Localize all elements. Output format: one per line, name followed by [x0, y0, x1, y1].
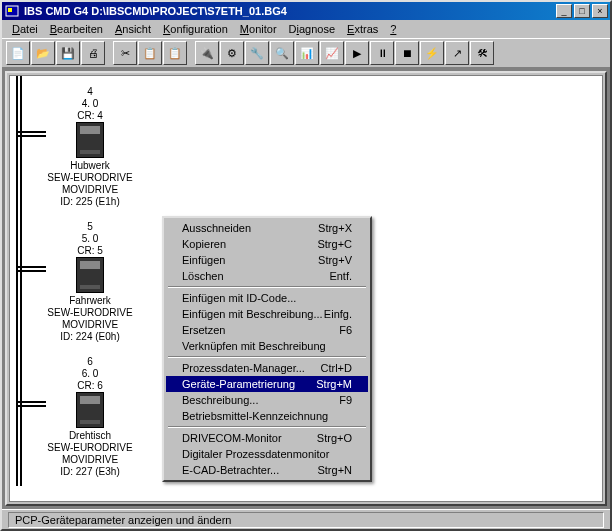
menu-item-ausschneiden[interactable]: AusschneidenStrg+X [166, 220, 368, 236]
device-num: 5 [40, 221, 140, 233]
toolbar-button-0[interactable]: 📄 [6, 41, 30, 65]
device-label-name: Fahrwerk [40, 295, 140, 307]
toolbar-button-16[interactable]: ⏸ [370, 41, 394, 65]
device-val: 6. 0 [40, 368, 140, 380]
toolbar-button-11[interactable]: 🔧 [245, 41, 269, 65]
device-cr: CR: 5 [40, 245, 140, 257]
device-val: 5. 0 [40, 233, 140, 245]
menu-item-label: Ausschneiden [182, 222, 251, 234]
toolbar-button-6[interactable]: 📋 [138, 41, 162, 65]
device-label-vendor: SEW-EURODRIVE [40, 172, 140, 184]
menu-item-betriebsmittel-kennzeichnung[interactable]: Betriebsmittel-Kennzeichnung [166, 408, 368, 424]
menu-item-digitaler-prozessdatenmonitor[interactable]: Digitaler Prozessdatenmonitor [166, 446, 368, 462]
menu-item-shortcut: Strg+X [318, 222, 352, 234]
toolbar-button-20[interactable]: 🛠 [470, 41, 494, 65]
menu-ansicht[interactable]: Ansicht [109, 22, 157, 36]
menu-monitor[interactable]: Monitor [234, 22, 283, 36]
device-cr: CR: 4 [40, 110, 140, 122]
menu-?[interactable]: ? [384, 22, 402, 36]
toolbar-button-3[interactable]: 🖨 [81, 41, 105, 65]
menu-item-ger-te-parametrierung[interactable]: Geräte-ParametrierungStrg+M [166, 376, 368, 392]
device-6[interactable]: 66. 0CR: 6DrehtischSEW-EURODRIVEMOVIDRIV… [40, 356, 140, 478]
toolbar-button-2[interactable]: 💾 [56, 41, 80, 65]
window-title: IBS CMD G4 D:\IBSCMD\PROJECT\S7ETH_01.BG… [24, 5, 554, 17]
menu-bearbeiten[interactable]: Bearbeiten [44, 22, 109, 36]
menu-item-ersetzen[interactable]: ErsetzenF6 [166, 322, 368, 338]
toolbar-button-14[interactable]: 📈 [320, 41, 344, 65]
toolbar-button-5[interactable]: ✂ [113, 41, 137, 65]
menu-item-label: Kopieren [182, 238, 226, 250]
menu-item-label: Betriebsmittel-Kennzeichnung [182, 410, 328, 422]
menubar: DateiBearbeitenAnsichtKonfigurationMonit… [2, 20, 610, 38]
toolbar-button-10[interactable]: ⚙ [220, 41, 244, 65]
context-menu: AusschneidenStrg+XKopierenStrg+CEinfügen… [162, 216, 372, 482]
menu-item-shortcut: Ctrl+D [321, 362, 352, 374]
menu-item-beschreibung-[interactable]: Beschreibung...F9 [166, 392, 368, 408]
close-button[interactable]: × [592, 4, 608, 18]
menu-item-label: Löschen [182, 270, 224, 282]
device-num: 6 [40, 356, 140, 368]
menu-item-drivecom-monitor[interactable]: DRIVECOM-MonitorStrg+O [166, 430, 368, 446]
toolbar-button-19[interactable]: ↗ [445, 41, 469, 65]
device-label-vendor: SEW-EURODRIVE [40, 442, 140, 454]
menu-item-shortcut: Strg+C [317, 238, 352, 250]
device-val: 4. 0 [40, 98, 140, 110]
menu-item-shortcut: Strg+M [316, 378, 352, 390]
app-icon [4, 4, 20, 18]
toolbar-button-17[interactable]: ⏹ [395, 41, 419, 65]
diagram-window: 44. 0CR: 4HubwerkSEW-EURODRIVEMOVIDRIVEI… [5, 71, 607, 506]
statusbar: PCP-Geräteparameter anzeigen und ändern [2, 509, 610, 529]
menu-konfiguration[interactable]: Konfiguration [157, 22, 234, 36]
toolbar-button-7[interactable]: 📋 [163, 41, 187, 65]
main-window: IBS CMD G4 D:\IBSCMD\PROJECT\S7ETH_01.BG… [0, 0, 612, 531]
toolbar: 📄📂💾🖨✂📋📋🔌⚙🔧🔍📊📈▶⏸⏹⚡↗🛠 [2, 38, 610, 68]
menu-item-shortcut: Entf. [329, 270, 352, 282]
menu-item-verkn-pfen-mit-beschreibung[interactable]: Verknüpfen mit Beschreibung [166, 338, 368, 354]
menu-item-einf-gen-mit-beschreibung-[interactable]: Einfügen mit Beschreibung...Einfg. [166, 306, 368, 322]
menu-separator [168, 356, 366, 358]
menu-item-label: Beschreibung... [182, 394, 258, 406]
bus-diagram-canvas[interactable]: 44. 0CR: 4HubwerkSEW-EURODRIVEMOVIDRIVEI… [9, 75, 603, 502]
menu-item-label: Prozessdaten-Manager... [182, 362, 305, 374]
device-5[interactable]: 55. 0CR: 5FahrwerkSEW-EURODRIVEMOVIDRIVE… [40, 221, 140, 343]
toolbar-button-1[interactable]: 📂 [31, 41, 55, 65]
device-cr: CR: 6 [40, 380, 140, 392]
toolbar-button-18[interactable]: ⚡ [420, 41, 444, 65]
menu-separator [168, 286, 366, 288]
maximize-button[interactable]: □ [574, 4, 590, 18]
menu-item-label: Geräte-Parametrierung [182, 378, 295, 390]
toolbar-button-13[interactable]: 📊 [295, 41, 319, 65]
menu-item-label: Verknüpfen mit Beschreibung [182, 340, 326, 352]
menu-item-shortcut: F6 [339, 324, 352, 336]
device-label-id: ID: 224 (E0h) [40, 331, 140, 343]
menu-item-e-cad-betrachter-[interactable]: E-CAD-Betrachter...Strg+N [166, 462, 368, 478]
device-label-name: Hubwerk [40, 160, 140, 172]
menu-item-shortcut: Strg+O [317, 432, 352, 444]
workspace: 44. 0CR: 4HubwerkSEW-EURODRIVEMOVIDRIVEI… [2, 68, 610, 509]
menu-separator [168, 426, 366, 428]
minimize-button[interactable]: _ [556, 4, 572, 18]
device-label-id: ID: 227 (E3h) [40, 466, 140, 478]
toolbar-button-9[interactable]: 🔌 [195, 41, 219, 65]
menu-item-l-schen[interactable]: LöschenEntf. [166, 268, 368, 284]
menu-extras[interactable]: Extras [341, 22, 384, 36]
menu-item-shortcut: Einfg. [324, 308, 352, 320]
menu-item-shortcut: Strg+N [317, 464, 352, 476]
menu-item-einf-gen[interactable]: EinfügenStrg+V [166, 252, 368, 268]
menu-diagnose[interactable]: Diagnose [283, 22, 342, 36]
menu-item-prozessdaten-manager-[interactable]: Prozessdaten-Manager...Ctrl+D [166, 360, 368, 376]
menu-item-einf-gen-mit-id-code-[interactable]: Einfügen mit ID-Code... [166, 290, 368, 306]
device-label-model: MOVIDRIVE [40, 454, 140, 466]
menu-item-shortcut: F9 [339, 394, 352, 406]
toolbar-button-12[interactable]: 🔍 [270, 41, 294, 65]
menu-datei[interactable]: Datei [6, 22, 44, 36]
menu-item-kopieren[interactable]: KopierenStrg+C [166, 236, 368, 252]
svg-rect-1 [8, 8, 12, 12]
system-buttons: _ □ × [554, 4, 608, 18]
menu-item-label: Ersetzen [182, 324, 225, 336]
device-icon [76, 257, 104, 293]
status-text: PCP-Geräteparameter anzeigen und ändern [8, 512, 604, 528]
device-4[interactable]: 44. 0CR: 4HubwerkSEW-EURODRIVEMOVIDRIVEI… [40, 86, 140, 208]
menu-item-label: Einfügen mit Beschreibung... [182, 308, 323, 320]
toolbar-button-15[interactable]: ▶ [345, 41, 369, 65]
